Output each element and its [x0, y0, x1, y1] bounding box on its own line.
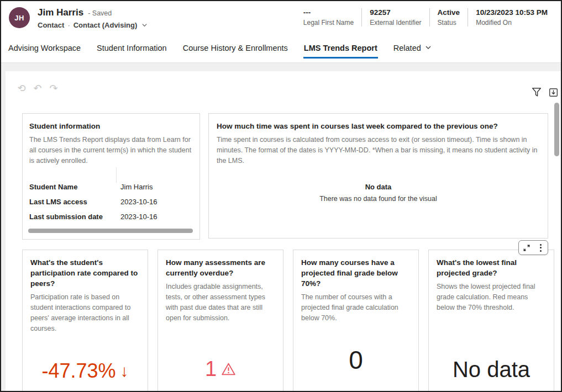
tab-lms-trends-report[interactable]: LMS Trends Report: [303, 40, 378, 59]
row-label: Last submission date: [29, 213, 120, 221]
card-title: How many courses have a projected final …: [301, 257, 411, 289]
card-description: Participation rate is based on student i…: [30, 292, 140, 334]
app-window: JH Jim Harris - Saved Contact · Contact …: [0, 0, 562, 392]
field-label: Legal First Name: [303, 19, 354, 27]
more-options-icon[interactable]: [538, 243, 544, 253]
field-value: ---: [303, 8, 354, 17]
redo-icon[interactable]: ↷: [49, 82, 59, 94]
no-data-title: No data: [209, 183, 548, 191]
tab-student-information[interactable]: Student Information: [96, 40, 167, 59]
card-description: Time spent in courses is calculated from…: [217, 135, 540, 166]
chevron-down-icon: [425, 44, 432, 52]
kpi-value: 1: [158, 357, 283, 381]
tab-related-label: Related: [393, 44, 421, 52]
time-spent-card: How much time was spent in courses last …: [208, 113, 548, 239]
card-title: What's the lowest final projected grade?: [437, 257, 546, 278]
overdue-assessments-card: How many assessments are currently overd…: [157, 250, 283, 391]
reset-icon[interactable]: ⟲: [17, 82, 27, 94]
undo-icon[interactable]: ↶: [33, 82, 43, 94]
record-header: JH Jim Harris - Saved Contact · Contact …: [1, 1, 561, 38]
kpi-number: 1: [205, 357, 217, 381]
student-information-card: Student information The LMS Trends Repor…: [22, 113, 200, 240]
field-value: 92257: [370, 8, 421, 17]
tab-course-history-enrollments[interactable]: Course History & Enrollments: [182, 40, 288, 59]
kpi-number: 0: [349, 345, 363, 375]
trend-down-icon: ↓: [120, 362, 129, 380]
table-row: Last LMS access 2023-10-16: [29, 194, 194, 209]
field-legal-first-name: --- Legal First Name: [296, 8, 361, 27]
page-left-gutter: [1, 71, 6, 391]
row-value: 2023-10-16: [120, 213, 157, 221]
focus-mode-icon[interactable]: [523, 244, 531, 252]
header-fields: --- Legal First Name 92257 External Iden…: [296, 8, 555, 27]
lowest-projected-grade-card: What's the lowest final projected grade?…: [428, 250, 554, 391]
card-title: Student information: [29, 121, 192, 131]
card-title: What's the student's participation rate …: [30, 257, 140, 289]
card-description: Includes gradable assignments, tests, or…: [166, 282, 275, 324]
field-external-identifier: 92257 External Identifier: [361, 8, 429, 27]
record-name: Jim Harris: [38, 7, 83, 18]
participation-rate-card: What's the student's participation rate …: [22, 250, 148, 391]
table-row: Last submission date 2023-10-16: [29, 209, 194, 224]
page-background-band: [1, 63, 561, 71]
vertical-scrollbar-thumb[interactable]: [554, 103, 559, 156]
card-description: The LMS Trends Report displays data from…: [29, 135, 192, 166]
field-status: Active Status: [429, 8, 468, 27]
report-history-toolbar: ⟲ ↶ ↷: [17, 82, 59, 94]
card-description: Shows the lowest projected final grade c…: [437, 282, 546, 313]
no-data-message: There was no data found for the visual: [209, 195, 548, 203]
grade-below-70-card: How many courses have a projected final …: [293, 250, 419, 391]
student-info-table: Student Name Jim Harris Last LMS access …: [29, 179, 194, 224]
card-title: How many assessments are currently overd…: [166, 257, 275, 278]
kpi-value: 0: [293, 345, 418, 375]
report-actions: [532, 87, 558, 97]
breadcrumb-entity: Contact: [38, 21, 64, 29]
visual-options-toolbar: [518, 240, 548, 255]
table-row: Student Name Jim Harris: [29, 179, 194, 194]
form-selector[interactable]: Contact (Advising): [73, 21, 138, 29]
field-label: Modified On: [476, 19, 548, 27]
kpi-value: No data: [429, 357, 554, 382]
form-tab-bar: Advising Workspace Student Information C…: [8, 40, 561, 63]
row-value: 2023-10-16: [120, 198, 157, 206]
breadcrumb: Contact · Contact (Advising): [38, 21, 148, 29]
no-data-block: No data There was no data found for the …: [209, 183, 548, 203]
row-label: Last LMS access: [29, 198, 120, 206]
tab-advising-workspace[interactable]: Advising Workspace: [8, 40, 81, 59]
kpi-number: -47.73%: [41, 359, 115, 383]
avatar: JH: [9, 7, 30, 28]
horizontal-scrollbar-thumb[interactable]: [28, 229, 193, 233]
report-canvas: ⟲ ↶ ↷ Student information The LMS Trends…: [6, 71, 561, 391]
row-label: Student Name: [29, 183, 120, 191]
record-name-block: Jim Harris - Saved Contact · Contact (Ad…: [38, 7, 148, 29]
field-label: Status: [438, 19, 460, 27]
field-label: External Identifier: [370, 19, 421, 27]
field-modified-on: 10/23/2023 10:53 PM Modified On: [468, 8, 555, 27]
breadcrumb-separator: ·: [67, 21, 70, 29]
chevron-down-icon[interactable]: [141, 22, 148, 28]
export-download-icon[interactable]: [549, 88, 558, 97]
card-title: How much time was spent in courses last …: [217, 121, 540, 131]
card-description: The number of courses with a projected f…: [301, 292, 411, 324]
field-value: Active: [438, 8, 460, 17]
warning-triangle-icon: [221, 362, 236, 376]
field-value: 10/23/2023 10:53 PM: [476, 8, 548, 17]
kpi-number: No data: [453, 357, 530, 382]
kpi-value: -47.73% ↓: [23, 359, 148, 383]
filter-icon[interactable]: [532, 87, 542, 97]
save-status: - Saved: [88, 9, 112, 17]
tab-related[interactable]: Related: [393, 40, 432, 59]
row-value: Jim Harris: [120, 183, 153, 191]
